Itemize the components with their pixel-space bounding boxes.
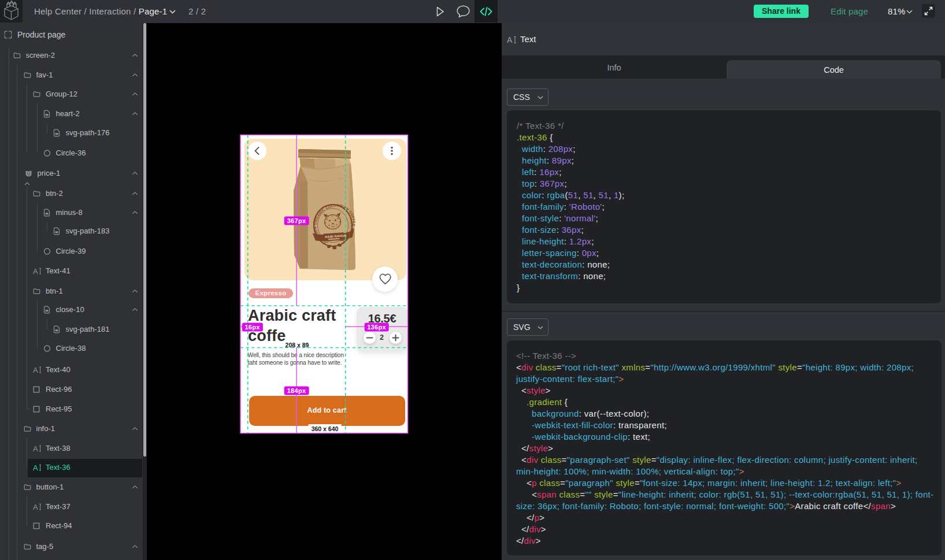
svg-text:A: A (33, 464, 38, 472)
svg-text:A: A (33, 366, 38, 374)
svg-text:A: A (33, 268, 38, 275)
svg-text:A: A (33, 503, 38, 511)
svg-text:A: A (507, 36, 513, 44)
svg-text:A: A (33, 445, 38, 453)
